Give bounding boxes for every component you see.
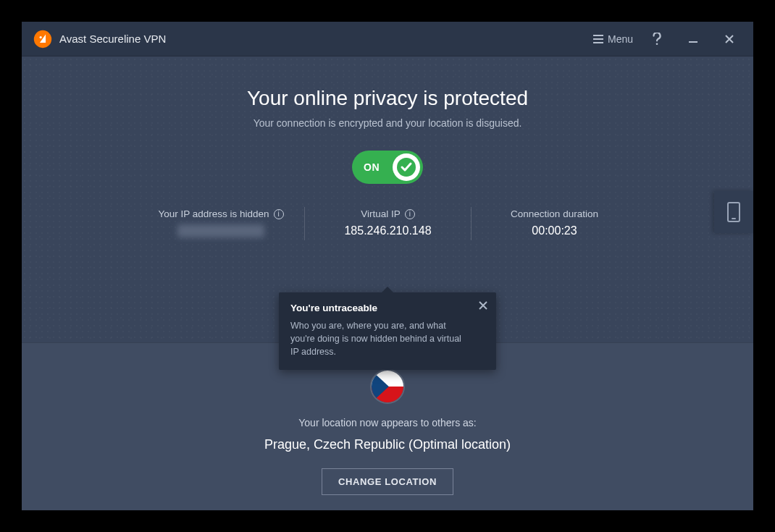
devices-side-tab[interactable] [714,191,753,233]
app-window: Avast Secureline VPN Menu Your [22,22,753,510]
svg-rect-5 [732,218,736,219]
svg-point-2 [656,43,658,45]
tooltip-title: You're untraceable [290,303,472,313]
stat-real-ip-label: Your IP address is hidden [158,208,269,219]
minimize-button[interactable] [685,34,705,44]
vpn-toggle[interactable]: ON [352,151,423,184]
info-icon[interactable]: i [405,209,415,219]
stat-virtual-ip-label: Virtual IP [361,208,401,219]
app-title: Avast Secureline VPN [59,33,166,45]
smartphone-icon [726,201,742,223]
help-button[interactable] [649,33,669,46]
stat-duration-label: Connection duration [511,208,598,219]
location-intro: Your location now appears to others as: [22,417,753,428]
stat-real-ip: Your IP address is hidden i [138,207,304,240]
info-icon[interactable]: i [274,209,284,219]
hamburger-icon [593,35,603,43]
stat-virtual-ip-value: 185.246.210.148 [318,224,458,237]
avast-logo-icon [33,30,52,48]
stats-row: Your IP address is hidden i Virtual IP i… [22,207,753,240]
close-icon [724,34,734,44]
status-subline: Your connection is encrypted and your lo… [22,117,753,129]
stat-duration: Connection duration 00:00:23 [471,207,637,240]
status-panel: Your online privacy is protected Your co… [22,56,753,342]
virtual-ip-tooltip: You're untraceable Who you are, where yo… [279,292,496,370]
close-icon [479,301,487,310]
vpn-toggle-label: ON [364,161,380,173]
stat-duration-value: 00:00:23 [485,224,624,237]
tooltip-close-button[interactable] [476,298,490,313]
change-location-button[interactable]: CHANGE LOCATION [322,468,453,495]
svg-point-1 [40,35,42,38]
titlebar: Avast Secureline VPN Menu [22,22,753,56]
stat-virtual-ip: Virtual IP i 185.246.210.148 [304,207,471,240]
location-flag [370,369,405,404]
menu-label: Menu [608,33,633,45]
vpn-toggle-knob [393,153,420,181]
help-icon [652,33,662,46]
status-headline: Your online privacy is protected [22,87,753,110]
close-button[interactable] [721,34,742,44]
flag-cz-icon [372,371,403,402]
real-ip-redacted [177,224,264,237]
tooltip-body: Who you are, where you are, and what you… [290,319,472,358]
location-value: Prague, Czech Republic (Optimal location… [22,437,753,452]
minimize-icon [688,34,698,44]
menu-button[interactable]: Menu [593,33,633,45]
checkmark-icon [396,157,416,177]
